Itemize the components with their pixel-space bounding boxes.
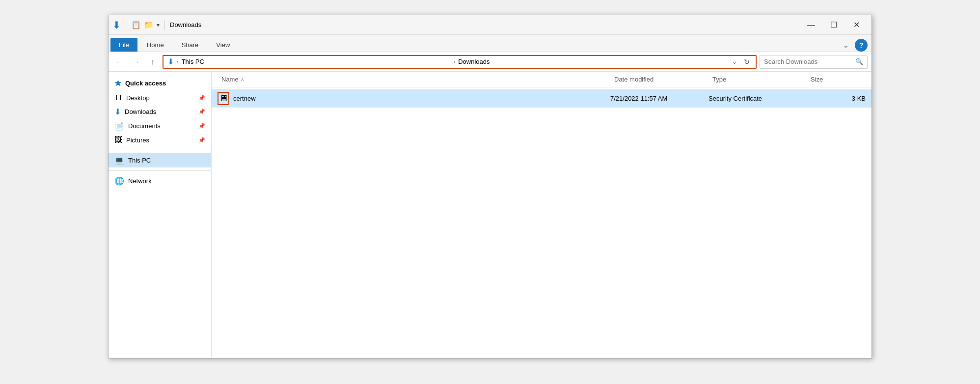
forward-button[interactable]: → (129, 55, 143, 69)
sidebar: ★ Quick access 🖥 Desktop 📌 ⬇ Downloads 📌… (109, 72, 212, 358)
title-folder-icon: 📁 (144, 20, 154, 29)
quick-access-label: Quick access (125, 80, 166, 87)
address-row: ← → ↑ ⬇ › This PC › Downloads ⌄ ↻ 🔍 (109, 52, 871, 72)
search-input[interactable] (764, 58, 852, 65)
file-name-cell: 🖥 certnew (218, 92, 610, 105)
window-title: Downloads (170, 21, 797, 28)
file-list: 🖥 certnew 7/21/2022 11:57 AM Security Ce… (212, 87, 871, 358)
pictures-pin-icon: 📌 (198, 137, 205, 143)
title-doc-icon: 📋 (131, 20, 141, 29)
up-button[interactable]: ↑ (146, 55, 160, 69)
col-name-header[interactable]: Name ∧ (218, 74, 610, 85)
ribbon-tabs: File Home Share View ⌄ ? (109, 35, 871, 52)
desktop-label: Desktop (126, 94, 150, 102)
sidebar-item-pictures[interactable]: 🖼 Pictures 📌 (109, 133, 211, 147)
desktop-icon: 🖥 (114, 93, 122, 102)
file-size: 3 KB (807, 95, 866, 102)
sidebar-quick-access-header[interactable]: ★ Quick access (109, 76, 211, 91)
certificate-icon: 🖥 (219, 93, 228, 104)
col-type-header[interactable]: Type (708, 74, 807, 85)
sidebar-item-network[interactable]: 🌐 Network (109, 174, 211, 188)
sort-asc-icon: ∧ (241, 77, 244, 82)
close-button[interactable]: ✕ (845, 18, 868, 32)
sidebar-divider1 (109, 150, 211, 150)
address-chevron1: › (177, 59, 179, 65)
title-bar: ⬇ 📋 📁 ▾ Downloads — ☐ ✕ (109, 15, 871, 35)
this-pc-label: This PC (128, 157, 151, 164)
tab-home[interactable]: Home (138, 38, 172, 52)
window-controls: — ☐ ✕ (800, 18, 868, 32)
main-area: ★ Quick access 🖥 Desktop 📌 ⬇ Downloads 📌… (109, 72, 871, 358)
search-box: 🔍 (760, 55, 868, 69)
sidebar-item-documents[interactable]: 📄 Documents 📌 (109, 119, 211, 133)
pictures-icon: 🖼 (114, 136, 122, 144)
address-path-icon: ⬇ (167, 57, 174, 66)
back-button[interactable]: ← (112, 55, 126, 69)
sidebar-item-this-pc[interactable]: 💻 This PC (109, 153, 211, 167)
desktop-pin-icon: 📌 (198, 95, 205, 101)
col-date-header[interactable]: Date modified (610, 74, 708, 85)
tab-file[interactable]: File (110, 38, 137, 52)
network-label: Network (128, 177, 152, 185)
title-divider2 (164, 20, 165, 30)
file-explorer-window: ⬇ 📋 📁 ▾ Downloads — ☐ ✕ File Home Share … (108, 15, 872, 358)
tab-share[interactable]: Share (173, 38, 207, 52)
this-pc-icon: 💻 (114, 156, 124, 165)
quick-access-icon: ★ (114, 79, 121, 88)
documents-pin-icon: 📌 (198, 123, 205, 129)
ribbon: File Home Share View ⌄ ? (109, 35, 871, 52)
documents-icon: 📄 (114, 121, 124, 131)
address-refresh-button[interactable]: ↻ (742, 57, 752, 67)
file-icon-container: 🖥 (218, 92, 229, 105)
address-dropdown-button[interactable]: ⌄ (730, 57, 739, 66)
pictures-label: Pictures (126, 137, 149, 144)
file-date: 7/21/2022 11:57 AM (610, 95, 708, 102)
help-button[interactable]: ? (855, 39, 868, 52)
file-name: certnew (233, 95, 256, 102)
file-type: Security Certificate (708, 95, 807, 102)
sidebar-item-downloads[interactable]: ⬇ Downloads 📌 (109, 105, 211, 119)
file-header: Name ∧ Date modified Type Size (212, 72, 871, 87)
file-area: Name ∧ Date modified Type Size (212, 72, 871, 358)
documents-label: Documents (128, 122, 161, 130)
address-bar[interactable]: ⬇ › This PC › Downloads ⌄ ↻ (163, 55, 757, 69)
address-downloads: Downloads (458, 58, 727, 65)
search-icon: 🔍 (855, 58, 863, 65)
minimize-button[interactable]: — (800, 18, 822, 32)
downloads-icon: ⬇ (114, 107, 121, 116)
ribbon-expand-area: ⌄ ? (840, 39, 870, 52)
address-chevron2: › (454, 59, 456, 65)
table-row[interactable]: 🖥 certnew 7/21/2022 11:57 AM Security Ce… (212, 89, 871, 108)
network-icon: 🌐 (114, 176, 124, 186)
tab-view[interactable]: View (208, 38, 238, 52)
downloads-label: Downloads (125, 108, 156, 115)
sidebar-divider2 (109, 170, 211, 171)
maximize-button[interactable]: ☐ (822, 18, 845, 32)
address-this-pc: This PC (182, 58, 451, 65)
title-divider (126, 20, 126, 30)
col-size-header[interactable]: Size (807, 74, 866, 85)
ribbon-expand-button[interactable]: ⌄ (840, 39, 852, 51)
title-download-icon: ⬇ (112, 19, 121, 31)
sidebar-item-desktop[interactable]: 🖥 Desktop 📌 (109, 91, 211, 105)
downloads-pin-icon: 📌 (198, 109, 205, 115)
title-arrow: ▾ (157, 22, 160, 28)
